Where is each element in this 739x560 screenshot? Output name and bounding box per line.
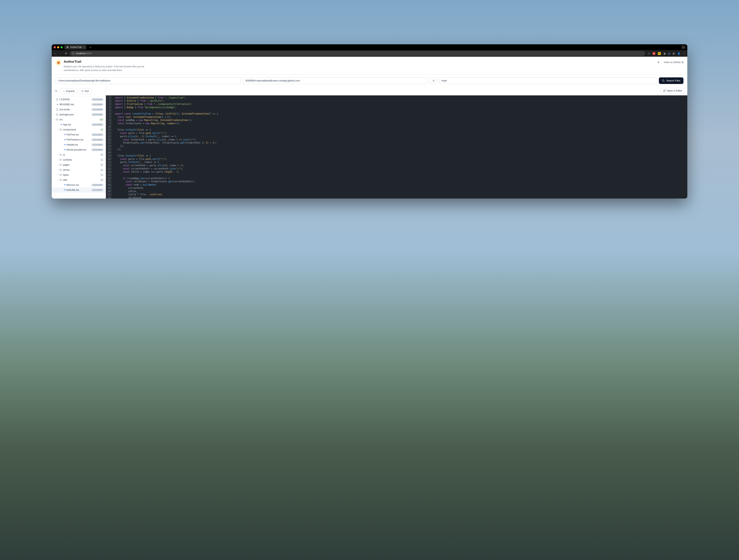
tree-item-label: types <box>63 174 99 176</box>
tree-folder[interactable]: ›ui2 <box>52 152 106 157</box>
sort-icon <box>81 90 84 92</box>
expand-button[interactable]: Expand <box>60 88 77 94</box>
ts-file-icon: TS <box>63 184 66 186</box>
url-bar[interactable]: ⓘ localhost:8080 <box>70 51 645 56</box>
editor-code[interactable]: import { ExtendedTreeDataItem } from "..… <box>112 96 220 199</box>
overflow-menu-icon[interactable]: ⋮ <box>683 52 686 55</box>
tree-file[interactable]: bun.lockb12/22/2024 <box>52 107 106 112</box>
tree-search-button[interactable] <box>54 89 58 93</box>
profile-icon[interactable]: 👤 <box>677 52 680 55</box>
tree-item-label: FileTreeIcon.tsx <box>66 138 90 141</box>
folder-icon <box>59 174 63 176</box>
extension-icon[interactable]: ◑ <box>663 52 666 55</box>
tree-item-label: src <box>59 118 98 121</box>
main-panel: Open in Editor 1234567891011121314151617… <box>106 86 687 199</box>
tree-folder[interactable]: ⌄utils2 <box>52 177 106 182</box>
md-file-icon: M↓ <box>56 104 59 105</box>
forward-button[interactable]: → <box>59 52 62 55</box>
extensions-puzzle-icon[interactable]: ⊞ <box>673 52 675 55</box>
date-badge: 12/22/2024 <box>91 108 104 111</box>
tree-folder[interactable]: ›contexts1 <box>52 157 106 162</box>
sidebar-toolbar: Expand Sort <box>52 86 106 96</box>
tree-item-label: utils <box>63 179 99 181</box>
site-info-icon[interactable]: ⓘ <box>72 52 74 55</box>
pick-user-button[interactable] <box>430 77 437 84</box>
date-badge: 12/22/2024 <box>91 138 104 141</box>
ts-file-icon: TS <box>63 139 66 141</box>
folder-icon <box>59 179 63 181</box>
svg-line-5 <box>664 90 665 91</box>
chevron-icon: › <box>57 159 59 161</box>
tree-file[interactable]: TSfileIcons.tsx12/22/2024 <box>52 182 106 188</box>
tree-item-label: pages <box>63 164 99 166</box>
extension-r-icon[interactable]: R <box>658 52 661 55</box>
date-badge: 12/22/2024 <box>91 98 104 101</box>
author-email-input[interactable] <box>243 77 428 84</box>
date-badge: 12/22/2024 <box>91 148 104 151</box>
chevron-icon: › <box>57 174 59 176</box>
svg-point-1 <box>662 80 664 81</box>
tree-file[interactable]: LICENSE12/22/2024 <box>52 97 106 102</box>
tree-item-label: server <box>63 169 99 171</box>
tree-folder[interactable]: ⌄src13 <box>52 117 106 122</box>
ts-file-icon: TS <box>63 149 66 151</box>
count-badge: 2 <box>100 179 104 181</box>
tree-file[interactable]: TStheme-provider.tsx12/22/2024 <box>52 147 106 152</box>
tree-folder[interactable]: ›pages1 <box>52 162 106 167</box>
code-editor[interactable]: 1234567891011121314151617181920212223242… <box>106 96 687 199</box>
tab-overflow-button[interactable]: ⌄ <box>682 45 686 49</box>
browser-window: ❤ AuthorTrail × ＋ ⌄ ← → ⟳ ⓘ localhost:80… <box>52 44 687 199</box>
ts-file-icon: TS <box>59 124 63 125</box>
count-badge: 1 <box>100 169 104 171</box>
chevron-icon: › <box>57 164 59 166</box>
sun-icon: ☀ <box>657 60 659 64</box>
file-icon <box>56 114 59 116</box>
github-link[interactable]: View on GitHub ⧉ <box>664 61 684 64</box>
close-tab-icon[interactable]: × <box>83 46 85 49</box>
tree-folder[interactable]: ⌄components6 <box>52 127 106 132</box>
svg-line-2 <box>664 81 664 82</box>
tree-file[interactable]: TSFileTreeIcon.tsx12/22/2024 <box>52 137 106 142</box>
tree-file[interactable]: package.json12/22/2024 <box>52 112 106 117</box>
tree-item-label: theme-provider.tsx <box>66 148 90 151</box>
reload-button[interactable]: ⟳ <box>64 52 67 55</box>
tree-file[interactable]: TSFileTree.tsx12/22/2024 <box>52 132 106 137</box>
tree-file[interactable]: TSApp.tsx12/22/2024 <box>52 122 106 127</box>
tree-item-label: App.tsx <box>63 123 90 126</box>
sort-button[interactable]: Sort <box>79 88 91 94</box>
new-tab-button[interactable]: ＋ <box>89 45 92 49</box>
minimize-window-button[interactable] <box>57 46 59 48</box>
extension-ublock-icon[interactable]: u <box>652 52 655 55</box>
open-in-editor-button[interactable]: Open in Editor <box>661 88 685 94</box>
ts-file-icon: TS <box>63 144 66 146</box>
theme-toggle-button[interactable]: ☀ <box>656 60 660 65</box>
search-files-button[interactable]: Search Files <box>659 77 683 84</box>
bookmark-icon[interactable]: ☆ <box>647 52 650 55</box>
svg-line-4 <box>57 91 57 92</box>
repo-path-input[interactable] <box>55 77 241 84</box>
back-button[interactable]: ← <box>53 52 57 55</box>
tree-file[interactable]: TSHeader.tsx12/22/2024 <box>52 142 106 147</box>
app-title: AuthorTrail <box>64 60 147 64</box>
file-tree[interactable]: LICENSE12/22/2024M↓README.md12/22/2024bu… <box>52 96 106 199</box>
maximize-window-button[interactable] <box>60 46 63 48</box>
branch-input[interactable] <box>439 77 657 84</box>
tree-folder[interactable]: ›types1 <box>52 172 106 177</box>
tree-file[interactable]: M↓README.md12/22/2024 <box>52 102 106 107</box>
search-icon <box>662 79 665 82</box>
app-header: 🦊 AuthorTrail Explore your Git repositor… <box>52 57 687 75</box>
count-badge: 1 <box>100 164 104 166</box>
editor-gutter: 1234567891011121314151617181920212223242… <box>106 96 112 199</box>
app-root: 🦊 AuthorTrail Explore your Git repositor… <box>52 57 687 199</box>
folder-icon <box>59 164 63 166</box>
file-icon <box>56 109 59 111</box>
tab-title: AuthorTrail <box>70 46 82 48</box>
browser-tab[interactable]: ❤ AuthorTrail × <box>64 45 87 49</box>
extension-1p-icon[interactable]: ◍ <box>668 52 670 55</box>
tree-file[interactable]: TStreeUtils.tsx12/22/2024 <box>52 188 106 193</box>
count-badge: 1 <box>100 159 104 161</box>
close-window-button[interactable] <box>53 46 56 48</box>
tree-folder[interactable]: ›server1 <box>52 167 106 172</box>
titlebar: ❤ AuthorTrail × ＋ ⌄ <box>52 44 687 50</box>
external-link-icon <box>663 89 666 92</box>
